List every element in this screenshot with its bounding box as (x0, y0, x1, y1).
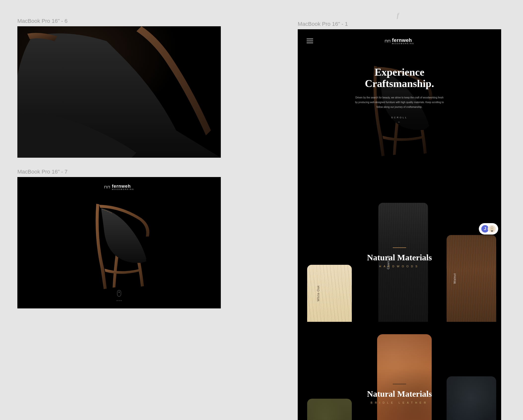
frame-macbook-1[interactable]: ⊓⊓ fernweh WOODWORKING (298, 29, 501, 420)
floating-glyph: f (397, 11, 399, 19)
divider-icon (393, 384, 406, 384)
swatch-leather-tan[interactable] (377, 334, 432, 420)
chair-hero-image (67, 194, 171, 294)
svg-point-2 (492, 229, 493, 229)
hero-title: Experience Craftsmanship. (298, 66, 501, 89)
brand-sub: WOODWORKING (112, 188, 134, 190)
brand-name: fernweh (112, 184, 134, 188)
swatch-whiteoak[interactable]: White Oak (307, 265, 352, 322)
frame-label-6[interactable]: MacBook Pro 16" - 6 (17, 18, 67, 24)
menu-button[interactable] (307, 39, 313, 43)
mouse-scroll-icon (117, 290, 121, 297)
section-hardwoods: Charcoal White Oak Walnut Natural Materi… (298, 203, 501, 322)
avatar-face[interactable] (488, 225, 496, 233)
logo-mark-icon: ⊓⊓ (385, 39, 391, 43)
section-leather: Natural Materials BRIDLE LEATHER (298, 334, 501, 420)
section-subtitle: HARDWOODS (298, 265, 501, 268)
frame-macbook-7[interactable]: ⊓⊓ fernweh WOODWORKING (17, 177, 221, 308)
svg-point-1 (491, 229, 491, 229)
brand-sub: WOODWORKING (392, 43, 414, 44)
swatch-label-walnut: Walnut (453, 273, 457, 284)
logo-mark-icon: ⊓⊓ (104, 185, 110, 189)
collaborators-pill[interactable]: J (479, 223, 498, 235)
section-title: Natural Materials (298, 253, 501, 262)
swatch-label-whiteoak: White Oak (317, 285, 320, 301)
brand-logo: ⊓⊓ fernweh WOODWORKING (385, 38, 414, 44)
section-subtitle: BRIDLE LEATHER (298, 401, 501, 404)
frame-label-7[interactable]: MacBook Pro 16" - 7 (17, 169, 67, 175)
hero-body: Driven by the search for beauty, we stri… (355, 95, 444, 109)
scroll-cue[interactable]: SCROLL (298, 116, 501, 123)
brand-name: fernweh (392, 38, 414, 43)
frame-macbook-6[interactable] (17, 26, 221, 158)
frame-label-1[interactable]: MacBook Pro 16" - 1 (298, 21, 348, 27)
brand-logo: ⊓⊓ fernweh WOODWORKING (104, 184, 134, 190)
scroll-dots (117, 300, 122, 301)
section-title: Natural Materials (298, 389, 501, 399)
divider-icon (393, 247, 406, 248)
chair-closeup-image (17, 26, 221, 158)
design-canvas[interactable]: f MacBook Pro 16" - 6 (0, 0, 523, 420)
hero-section: Experience Craftsmanship. Driven by the … (298, 66, 501, 123)
